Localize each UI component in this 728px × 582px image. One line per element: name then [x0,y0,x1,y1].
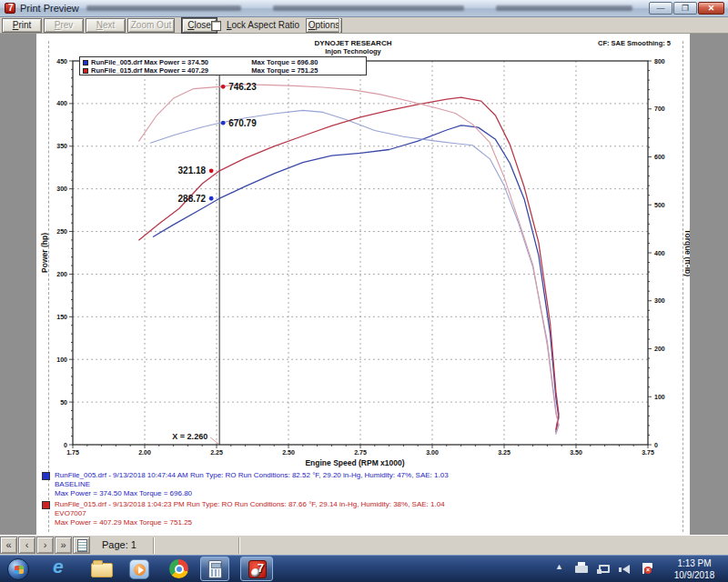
legend-swatch-blue [83,60,88,65]
network-tray-icon[interactable] [599,565,610,573]
page-setup-button[interactable] [73,537,90,554]
clock-date: 10/9/2018 [666,569,723,581]
page-margin-guide-left [48,41,49,532]
curve-runfile-015-torque-ft-lb- [139,85,559,434]
lock-aspect-ratio-checkbox[interactable] [211,21,221,31]
play-icon [134,564,146,576]
blurred-background-text [496,5,632,11]
zoom-out-button[interactable]: Zoom Out [127,18,175,33]
calculator-taskbar-button[interactable] [200,557,229,581]
dyno-chart: 1.752.002.252.502.753.003.253.503.750501… [36,34,690,535]
page-margin-guide-right [682,41,683,532]
run2-label: EVO7007 [55,509,445,518]
options-button[interactable]: Options [306,18,342,33]
x-tick-label: 3.25 [498,449,511,456]
power-tick-label: 100 [56,356,67,363]
smoothing-label: CF: SAE Smoothing: 5 [598,39,671,47]
minimize-button[interactable]: — [649,2,672,15]
print-preview-toolbar: Print Prev Next Zoom Out Close Lock Aspe… [0,17,728,34]
x-tick-label: 2.75 [354,449,367,456]
torque-tick-label: 200 [654,346,665,352]
first-page-button[interactable]: « [0,537,17,554]
preview-page: 1.752.002.252.502.753.003.253.503.750501… [36,34,690,535]
window-title: Print Preview [20,3,79,14]
statusbar-separator [153,537,154,554]
torque-axis-title: Torque (ft-lb) [683,229,690,276]
page-number-label: Page: 1 [102,539,136,550]
cursor-value-label: 670.79 [228,118,257,128]
power-tick-label: 300 [56,186,67,192]
prev-page-button[interactable]: Prev [44,18,84,33]
volume-tray-icon[interactable] [622,565,630,574]
torque-tick-label: 300 [654,297,665,304]
cursor-marker-dot [209,168,214,173]
internet-explorer-icon[interactable]: e [53,556,64,577]
cursor-leader-line [210,437,218,444]
legend-row-run2: RunFile_015.drf Max Power = 407.29Max To… [83,66,363,75]
cursor-value-label: 321.18 [178,166,207,176]
statusbar-separator [238,537,239,554]
windows-logo-icon [15,566,24,574]
run2-conditions: RunFile_015.drf - 9/13/2018 1:04:23 PM R… [55,500,445,509]
print-button[interactable]: Print [2,18,42,33]
app-icon [5,3,15,14]
chart-legend: RunFile_005.drf Max Power = 374.50Max To… [79,56,367,75]
torque-tick-label: 0 [654,442,658,448]
show-hidden-icons-button[interactable]: ▲ [555,562,563,571]
cursor-value-label: 288.72 [178,194,207,204]
next-page-nav-button[interactable]: › [36,537,54,554]
legend-row-run1: RunFile_005.drf Max Power = 374.50Max To… [83,58,363,66]
blurred-background-text [86,5,241,11]
taskbar-clock[interactable]: 1:13 PM 10/9/2018 [666,557,723,581]
run1-label: BASELINE [55,480,449,489]
x-tick-label: 2.25 [210,449,223,456]
close-window-button[interactable]: ✕ [698,2,724,15]
blurred-background-text [273,5,464,11]
printer-tray-icon[interactable] [575,566,588,573]
run2-maxvalues: Max Power = 407.29 Max Torque = 751.25 [55,518,445,527]
run2-annotation: RunFile_015.drf - 9/13/2018 1:04:23 PM R… [42,500,445,527]
chart-subtitle: Injon Technology [262,47,444,55]
chart-title: DYNOJET RESEARCH [262,39,444,47]
next-page-button[interactable]: Next [86,18,126,33]
x-tick-label: 3.50 [570,449,582,456]
dynojet-taskbar-button[interactable] [240,557,273,581]
calculator-icon [208,560,222,578]
chrome-icon[interactable] [169,559,188,578]
windows-taskbar: e ▲ 1:13 PM 10/9/2018 [0,555,728,582]
media-player-icon[interactable] [129,559,149,579]
start-button[interactable] [7,558,29,580]
power-tick-label: 150 [56,314,67,320]
cursor-marker-dot [221,85,226,89]
x-tick-label: 3.00 [426,449,439,456]
windows-explorer-icon[interactable] [91,563,113,577]
run2-swatch [42,501,50,509]
last-page-button[interactable]: » [55,537,72,554]
power-tick-label: 50 [60,399,67,406]
curve-runfile-005-torque-ft-lb- [150,110,559,434]
power-tick-label: 450 [56,58,67,65]
previous-page-button[interactable]: ‹ [18,537,35,554]
torque-tick-label: 700 [654,105,665,112]
action-center-icon[interactable] [642,563,644,574]
power-tick-label: 400 [56,100,67,106]
torque-tick-label: 100 [654,394,665,400]
titlebar[interactable]: Print Preview — ❐ ✕ [0,0,728,17]
torque-tick-label: 500 [654,202,665,208]
x-tick-label: 3.75 [642,449,654,456]
legend-swatch-red [83,68,88,74]
x-tick-label: 2.00 [138,449,151,456]
cursor-value-label: 746.23 [228,82,257,92]
torque-tick-label: 600 [654,154,665,160]
clock-time: 1:13 PM [666,557,723,569]
restore-button[interactable]: ❐ [673,2,697,15]
toolbar-divider [339,18,339,33]
preview-area: 1.752.002.252.502.753.003.253.503.750501… [0,34,728,535]
cursor-x-label: X = 2.260 [172,432,207,441]
cursor-marker-dot [221,121,226,125]
run1-annotation: RunFile_005.drf - 9/13/2018 10:47:44 AM … [42,471,449,498]
run1-conditions: RunFile_005.drf - 9/13/2018 10:47:44 AM … [55,471,449,480]
torque-tick-label: 400 [654,250,665,256]
lock-aspect-ratio-label: Lock Aspect Ratio [227,20,299,30]
dynojet-app-icon [248,560,267,578]
